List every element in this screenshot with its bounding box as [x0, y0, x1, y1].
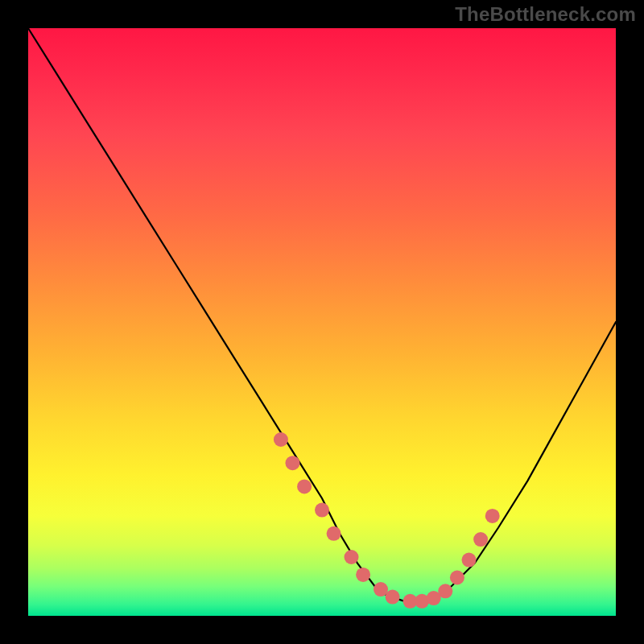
chart-root: TheBottleneck.com	[0, 0, 644, 644]
watermark-text: TheBottleneck.com	[455, 3, 636, 26]
highlight-dot	[438, 584, 452, 598]
highlight-dot	[274, 432, 288, 447]
chart-overlay	[28, 28, 616, 616]
highlight-dot	[386, 590, 400, 605]
highlight-dot	[315, 503, 329, 518]
highlight-dot	[345, 550, 359, 564]
highlight-dots	[274, 432, 500, 609]
highlight-dot	[286, 456, 300, 470]
highlight-dot	[356, 568, 370, 582]
highlight-dot	[450, 571, 464, 585]
highlight-dot	[473, 532, 488, 547]
highlight-dot	[297, 479, 312, 493]
highlight-dot	[327, 526, 341, 541]
highlight-dot	[485, 509, 500, 523]
plot-area	[28, 28, 616, 616]
highlight-dot	[462, 553, 477, 568]
